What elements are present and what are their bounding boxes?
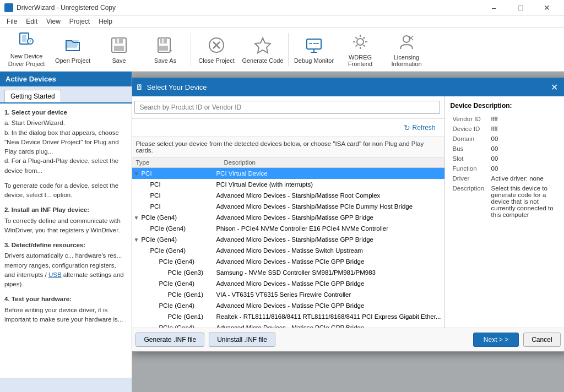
generate-code-label: Generate Code xyxy=(242,57,283,64)
close-project-button[interactable]: Close Project xyxy=(194,30,238,69)
new-project-button[interactable]: + New DeviceDriver Project xyxy=(4,30,48,69)
device-info-key: Function xyxy=(451,164,489,173)
save-button[interactable]: Save xyxy=(97,30,141,69)
svg-rect-6 xyxy=(117,39,119,43)
device-info-row: Slot00 xyxy=(451,154,561,164)
device-row[interactable]: PCIe (Gen4) Advanced Micro Devices - Mat… xyxy=(132,322,444,328)
menu-edit[interactable]: Edit xyxy=(21,17,42,26)
device-desc: VIA - VT6315 VT6315 Series Firewire Cont… xyxy=(216,291,441,298)
save-as-button[interactable]: + Save As xyxy=(143,30,187,69)
device-info-value: ffff xyxy=(489,124,561,134)
menu-help[interactable]: Help xyxy=(94,17,117,26)
device-row[interactable]: PCIe (Gen4) Advanced Micro Devices - Mat… xyxy=(132,256,444,267)
device-info-value: 00 xyxy=(489,154,561,164)
maximize-button[interactable]: □ xyxy=(508,0,533,15)
minimize-button[interactable]: – xyxy=(481,0,507,15)
device-row[interactable]: PCIe (Gen4) Phison - PCIe4 NVMe Controll… xyxy=(132,223,444,234)
svg-rect-1 xyxy=(22,35,26,42)
refresh-button[interactable]: ↻ Refresh xyxy=(399,121,440,134)
toolbar-sep-2 xyxy=(288,33,289,66)
select-device-modal: 🖥 Select Your Device ✕ xyxy=(132,77,564,352)
device-desc: Advanced Micro Devices - Starship/Matiss… xyxy=(216,214,441,221)
step-1: 1. Select your device a. Start DriverWiz… xyxy=(4,108,127,176)
svg-text:+: + xyxy=(169,47,172,53)
device-desc: Advanced Micro Devices - Matisse PCIe GP… xyxy=(216,324,441,328)
device-info-row: DescriptionSelect this device to generat… xyxy=(451,183,561,220)
device-row[interactable]: PCI Advanced Micro Devices - Starship/Ma… xyxy=(132,201,444,212)
device-info-value: 00 xyxy=(489,134,561,144)
close-project-icon xyxy=(207,35,226,55)
device-info-row: DriverActive driver: none xyxy=(451,173,561,183)
menu-project[interactable]: Project xyxy=(65,17,94,26)
app-icon xyxy=(4,3,13,12)
search-bar xyxy=(132,96,444,119)
device-desc: Advanced Micro Devices - Matisse PCIe GP… xyxy=(216,280,441,287)
close-button[interactable]: ✕ xyxy=(534,0,560,15)
open-project-icon xyxy=(63,35,83,55)
svg-rect-7 xyxy=(114,46,124,51)
device-info-key: Slot xyxy=(451,154,489,164)
expand-icon: ▼ xyxy=(133,215,140,221)
device-type: PCIe (Gen3) xyxy=(167,269,203,276)
menu-view[interactable]: View xyxy=(42,17,65,26)
menu-bar: File Edit View Project Help xyxy=(0,15,564,28)
content-area: 🖥 Select Your Device ✕ xyxy=(132,72,564,392)
device-info-panel: Device Description: Vendor IDffffDevice … xyxy=(445,96,564,328)
device-row[interactable]: PCIe (Gen4) Advanced Micro Devices - Mat… xyxy=(132,300,444,311)
device-row[interactable]: ▼ PCI PCI Virtual Device xyxy=(132,168,444,179)
open-project-label: Open Project xyxy=(55,57,90,64)
open-project-button[interactable]: Open Project xyxy=(51,30,95,69)
generate-code-button[interactable]: Generate Code xyxy=(241,30,285,69)
device-info-row: Vendor IDffff xyxy=(451,114,561,124)
device-row[interactable]: PCIe (Gen4) Advanced Micro Devices - Mat… xyxy=(132,245,444,256)
refresh-area: ↻ Refresh xyxy=(132,119,444,137)
wdreg-button[interactable]: WDREG Frontend xyxy=(338,30,382,69)
device-info-value: Select this device to generate code for … xyxy=(489,183,561,220)
licensing-button[interactable]: Licensing Information xyxy=(384,30,429,69)
svg-point-23 xyxy=(403,36,410,42)
device-info-value: 00 xyxy=(489,144,561,154)
device-row[interactable]: PCI PCI Virtual Device (with interrupts) xyxy=(132,179,444,190)
modal-titlebar: 🖥 Select Your Device ✕ xyxy=(132,78,564,96)
modal-icon: 🖥 xyxy=(135,83,143,91)
menu-file[interactable]: File xyxy=(2,17,21,26)
next-button[interactable]: Next > > xyxy=(473,333,519,347)
device-table-header: Type Description xyxy=(132,157,444,168)
device-row[interactable]: PCIe (Gen3) Samsung - NVMe SSD Controlle… xyxy=(132,267,444,278)
step-1-a: a. Start DriverWizard. xyxy=(4,118,127,128)
device-desc: Advanced Micro Devices - Matisse Switch … xyxy=(216,247,441,254)
modal-title: Select Your Device xyxy=(147,83,207,91)
device-info-row: Device IDffff xyxy=(451,124,561,134)
device-row[interactable]: PCIe (Gen1) Realtek - RTL8111/8168/8411 … xyxy=(132,311,444,322)
device-desc: PCI Virtual Device xyxy=(216,170,441,177)
device-list[interactable]: ▼ PCI PCI Virtual Device PCI PCI Virtual… xyxy=(132,168,444,328)
modal-close-button[interactable]: ✕ xyxy=(549,81,561,93)
device-type: PCIe (Gen1) xyxy=(167,313,203,320)
col-type-header: Type xyxy=(135,159,224,166)
uninstall-inf-button[interactable]: Uninstall .INF file xyxy=(209,333,275,347)
step-4-text: Before writing your device driver, it is… xyxy=(4,306,127,325)
cancel-button[interactable]: Cancel xyxy=(523,333,560,347)
device-row[interactable]: PCIe (Gen1) VIA - VT6315 VT6315 Series F… xyxy=(132,289,444,300)
search-input[interactable] xyxy=(134,101,440,114)
step-generate-text: To generate code for a device, select th… xyxy=(4,181,127,200)
device-info-table: Vendor IDffffDevice IDffffDomain00Bus00S… xyxy=(451,114,561,220)
device-row[interactable]: PCI Advanced Micro Devices - Starship/Ma… xyxy=(132,190,444,201)
debug-monitor-button[interactable]: Debug Monitor xyxy=(292,30,336,69)
generate-code-icon xyxy=(253,35,273,55)
device-row[interactable]: ▼ PCIe (Gen4) Advanced Micro Devices - S… xyxy=(132,212,444,223)
svg-marker-16 xyxy=(255,38,270,53)
device-info-value: 00 xyxy=(489,164,561,173)
device-row[interactable]: PCIe (Gen4) Advanced Micro Devices - Mat… xyxy=(132,278,444,289)
usb-link[interactable]: USB xyxy=(48,271,62,278)
svg-rect-10 xyxy=(162,39,164,43)
save-label: Save xyxy=(112,57,126,64)
licensing-label: Licensing Information xyxy=(384,54,429,67)
getting-started-tab[interactable]: Getting Started xyxy=(4,90,61,102)
save-as-icon: + xyxy=(155,35,175,55)
device-row[interactable]: ▼ PCIe (Gen4) Advanced Micro Devices - S… xyxy=(132,234,444,245)
step-1-title: 1. Select your device xyxy=(4,108,127,117)
svg-text:+: + xyxy=(29,39,32,43)
device-desc: Advanced Micro Devices - Starship/Matiss… xyxy=(216,203,441,210)
generate-inf-button[interactable]: Generate .INF file xyxy=(135,333,204,347)
